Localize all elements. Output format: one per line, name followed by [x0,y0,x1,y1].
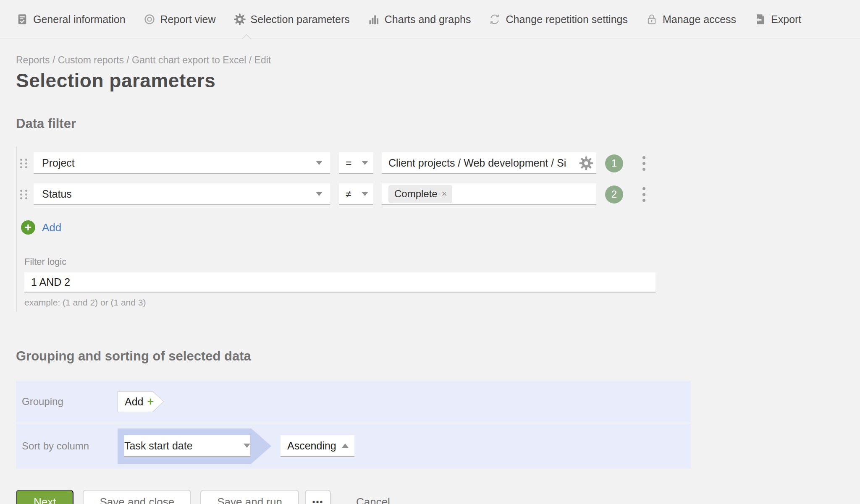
breadcrumb-separator: / [126,55,129,65]
breadcrumb-separator: / [52,55,55,65]
drag-handle-icon[interactable] [20,159,28,168]
filter-value-field[interactable]: Client projects / Web development / Si [382,152,596,174]
chip-remove-icon[interactable]: × [442,188,447,199]
filter-operator-select[interactable]: = [339,152,373,174]
row-menu-icon[interactable] [639,185,649,204]
tab-label: Export [771,13,801,26]
chevron-down-icon [362,192,368,196]
cancel-button[interactable]: Cancel [356,490,390,504]
document-check-icon [16,13,29,26]
next-button[interactable]: Next [16,490,73,504]
add-filter-button[interactable]: + Add [21,220,860,235]
filter-field-value: Project [42,157,75,169]
filter-field-value: Status [42,188,72,200]
filter-field-select[interactable]: Status [34,183,330,205]
more-actions-button[interactable]: ••• [305,490,331,504]
plus-circle-icon: + [21,220,35,235]
chip-label: Complete [394,188,438,200]
filter-value-text: Client projects / Web development / Si [388,157,566,169]
tab-label: Manage access [663,13,736,26]
tab-label: Report view [160,13,216,26]
sort-column-value: Task start date [124,440,193,452]
plus-icon: + [147,395,154,408]
filter-logic-input[interactable] [24,272,655,292]
breadcrumb-separator: / [249,55,252,65]
grouping-add-label: Add [125,396,143,408]
tab-export[interactable]: Export [754,13,801,26]
breadcrumb-reports[interactable]: Reports [16,55,50,65]
grouping-sorting-panel: Grouping Add + Sort by column Task start… [16,381,691,469]
sort-row: Sort by column Task start date Ascending [16,423,691,469]
page-title: Selection parameters [16,69,860,92]
chevron-up-icon [342,444,349,448]
chevron-down-icon [316,192,322,196]
chevron-down-icon [316,161,322,165]
repeat-icon [488,13,501,26]
filter-field-select[interactable]: Project [34,152,330,174]
sort-direction-value: Ascending [287,440,336,452]
tab-general-information[interactable]: General information [16,13,126,26]
filter-operator-value: = [346,157,352,169]
grouping-add-button[interactable]: Add + [118,391,164,412]
sort-column-arrow: Task start date [118,428,271,464]
tab-label: General information [33,13,126,26]
data-filter-heading: Data filter [16,116,860,131]
filter-operator-value: ≠ [346,188,351,200]
filter-logic-example: example: (1 and 2) or (1 and 3) [20,298,860,308]
row-menu-icon[interactable] [639,154,649,172]
export-icon [754,13,766,26]
active-tab-notch [242,34,252,44]
value-chip: Complete × [388,185,452,203]
breadcrumb-report-name[interactable]: Gantt chart export to Excel [132,55,246,65]
tab-selection-parameters[interactable]: Selection parameters [233,13,350,26]
gear-icon[interactable] [579,156,594,171]
chevron-down-icon [362,161,368,165]
tab-label: Charts and graphs [385,13,471,26]
drag-handle-icon[interactable] [20,190,28,199]
filter-block: Project = Client projects / Web developm… [16,146,860,312]
grouping-label: Grouping [22,396,118,407]
filter-row: Status ≠ Complete × 2 [20,183,860,205]
tab-report-view[interactable]: Report view [143,13,216,26]
filter-value-field[interactable]: Complete × [382,183,596,205]
filter-row: Project = Client projects / Web developm… [20,152,860,174]
tab-charts-and-graphs[interactable]: Charts and graphs [367,13,471,26]
tab-change-repetition-settings[interactable]: Change repetition settings [488,13,627,26]
tab-label: Change repetition settings [506,13,627,26]
sort-column-select[interactable]: Task start date [124,435,250,457]
sort-direction-select[interactable]: Ascending [281,435,354,457]
report-view-icon [143,13,156,26]
footer-actions: Next Save and close Save and run ••• Can… [16,490,860,504]
bar-chart-icon [367,13,380,26]
top-navigation: General information Report view [0,0,860,39]
sort-by-column-label: Sort by column [22,440,118,452]
filter-index-badge: 1 [605,154,623,172]
breadcrumb: Reports / Custom reports / Gantt chart e… [16,55,860,66]
tab-label: Selection parameters [251,13,350,26]
filter-operator-select[interactable]: ≠ [339,183,373,205]
chevron-down-icon [244,444,250,448]
lock-icon [645,13,658,26]
save-and-run-button[interactable]: Save and run [200,490,299,504]
grouping-sorting-heading: Grouping and sorting of selected data [16,349,860,364]
grouping-row: Grouping Add + [16,381,691,423]
filter-index-badge: 2 [605,185,623,204]
breadcrumb-edit: Edit [254,55,271,65]
breadcrumb-custom-reports[interactable]: Custom reports [58,55,124,65]
filter-logic-label: Filter logic [20,256,860,267]
gear-icon [233,13,246,26]
add-filter-label: Add [42,221,61,234]
tab-manage-access[interactable]: Manage access [645,13,736,26]
page: General information Report view [0,0,860,504]
main-content: Reports / Custom reports / Gantt chart e… [0,55,860,504]
save-and-close-button[interactable]: Save and close [83,490,191,504]
